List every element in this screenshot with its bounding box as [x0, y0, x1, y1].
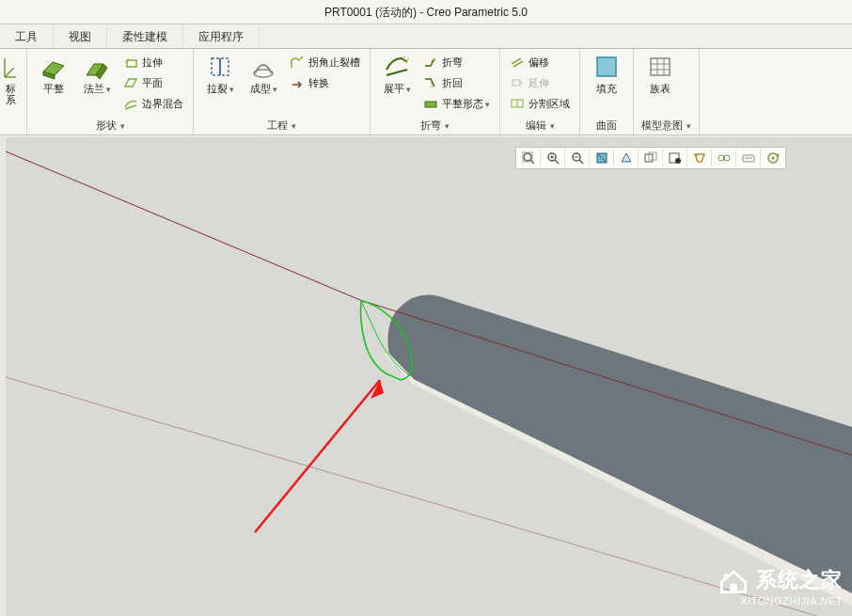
perspective-icon[interactable] [687, 148, 712, 168]
datum-display-icon[interactable] [712, 148, 736, 168]
zoom-out-icon[interactable] [565, 148, 590, 168]
svg-point-21 [524, 153, 531, 161]
plane-icon [123, 75, 138, 90]
ribbon-tabbar: 工具 视图 柔性建模 应用程序 [0, 24, 852, 49]
group-label-shape[interactable]: 形状 [35, 115, 185, 134]
family-table-button[interactable]: 族表 [641, 53, 679, 94]
split-area-button[interactable]: 分割区域 [508, 94, 572, 113]
watermark: 系统之家 XITONGZHIJIA.NET [717, 563, 843, 607]
extrude-icon [123, 55, 138, 70]
group-edit: 偏移 延伸 分割区域 编辑 [500, 49, 580, 134]
flat-icon [39, 53, 68, 81]
svg-rect-7 [425, 102, 436, 107]
group-shape: 平整 法兰 拉伸 平面 边界混合 [27, 49, 194, 134]
view-toolbar [515, 147, 786, 169]
model-scene [6, 137, 852, 616]
flatten-icon [383, 53, 411, 81]
form-button[interactable]: 成型 [245, 53, 282, 113]
corner-relief-button[interactable]: 拐角止裂槽 [288, 53, 362, 71]
coord-sys-label: 标系 [4, 83, 17, 105]
svg-point-35 [675, 158, 681, 164]
tab-view[interactable]: 视图 [54, 24, 107, 48]
svg-rect-12 [651, 58, 670, 75]
repaint-icon[interactable] [590, 148, 614, 168]
coord-sys-icon [0, 53, 24, 81]
unbend-icon [423, 75, 438, 90]
plane-button[interactable]: 平面 [121, 73, 185, 92]
group-label-intent[interactable]: 模型意图 [641, 115, 691, 134]
group-label-engineering[interactable]: 工程 [201, 115, 362, 134]
zoom-in-icon[interactable] [541, 148, 565, 168]
group-bend: 展平 折弯 折回 平整形态 折弯 [371, 49, 500, 134]
svg-point-38 [724, 155, 730, 161]
fill-button[interactable]: 填充 [588, 53, 625, 94]
coord-sys-button[interactable]: 标系 [2, 53, 19, 105]
tab-tools[interactable]: 工具 [0, 24, 54, 48]
refit-icon[interactable] [516, 148, 541, 168]
flange-button[interactable]: 法兰 [78, 53, 116, 113]
saved-views-icon[interactable] [639, 148, 663, 168]
flat-button[interactable]: 平整 [35, 53, 72, 113]
svg-rect-8 [513, 80, 520, 86]
group-engineering: 拉裂 成型 拐角止裂槽 转换 工程 [194, 49, 371, 134]
spin-center-icon[interactable] [761, 148, 785, 168]
svg-point-42 [772, 157, 775, 160]
display-style-icon[interactable] [614, 148, 639, 168]
svg-line-25 [555, 160, 559, 164]
svg-line-2 [5, 68, 14, 77]
convert-button[interactable]: 转换 [288, 73, 362, 92]
window-title: PRT0001 (活动的) - Creo Parametric 5.0 [324, 6, 528, 19]
ribbon: 标系 系 平整 法兰 拉伸 [0, 49, 852, 135]
tear-button[interactable]: 拉裂 [201, 53, 239, 113]
boundary-blend-icon [123, 96, 138, 111]
convert-icon [290, 75, 305, 90]
group-label-surface: 曲面 [588, 115, 625, 134]
svg-line-29 [579, 160, 583, 164]
group-label-edit[interactable]: 编辑 [508, 115, 572, 134]
form-icon [249, 53, 277, 81]
tab-applications[interactable]: 应用程序 [183, 24, 260, 48]
graphics-viewport-area: 系统之家 XITONGZHIJIA.NET [0, 135, 852, 616]
corner-relief-icon [290, 55, 305, 70]
bend-icon [423, 55, 438, 70]
group-label-coords: 系 [2, 115, 19, 134]
svg-point-45 [724, 575, 728, 578]
annotation-display-icon[interactable] [736, 148, 761, 168]
flange-icon [83, 53, 111, 81]
graphics-viewport[interactable]: 系统之家 XITONGZHIJIA.NET [6, 137, 852, 616]
boundary-blend-button[interactable]: 边界混合 [121, 94, 185, 113]
svg-rect-11 [597, 57, 616, 76]
watermark-url: XITONGZHIJIA.NET [740, 595, 843, 607]
tear-icon [206, 53, 234, 81]
fill-icon [592, 53, 621, 81]
flat-form-icon [423, 96, 438, 111]
offset-icon [510, 55, 525, 70]
group-label-bend[interactable]: 折弯 [378, 115, 492, 134]
svg-rect-44 [730, 584, 736, 592]
flat-form-button[interactable]: 平整形态 [421, 94, 492, 113]
title-bar: PRT0001 (活动的) - Creo Parametric 5.0 [0, 0, 852, 24]
view-manager-icon[interactable] [663, 148, 687, 168]
svg-point-43 [777, 154, 780, 157]
unbend-button[interactable]: 折回 [421, 73, 492, 92]
svg-point-36 [696, 154, 698, 156]
flatten-button[interactable]: 展平 [378, 53, 416, 113]
bend-button[interactable]: 折弯 [421, 53, 492, 71]
extrude-button[interactable]: 拉伸 [121, 53, 185, 71]
extend-button: 延伸 [508, 73, 572, 92]
offset-button[interactable]: 偏移 [508, 53, 572, 71]
group-surface: 填充 曲面 [580, 49, 634, 134]
svg-point-6 [254, 70, 273, 77]
extend-icon [510, 75, 525, 90]
family-table-icon [646, 53, 674, 81]
svg-point-37 [718, 155, 724, 161]
split-area-icon [510, 96, 525, 111]
svg-rect-3 [127, 60, 136, 67]
watermark-brand: 系统之家 [756, 566, 843, 594]
house-icon [717, 563, 750, 597]
group-model-intent: 族表 模型意图 [634, 49, 700, 134]
tab-flexible-modeling[interactable]: 柔性建模 [107, 24, 183, 48]
